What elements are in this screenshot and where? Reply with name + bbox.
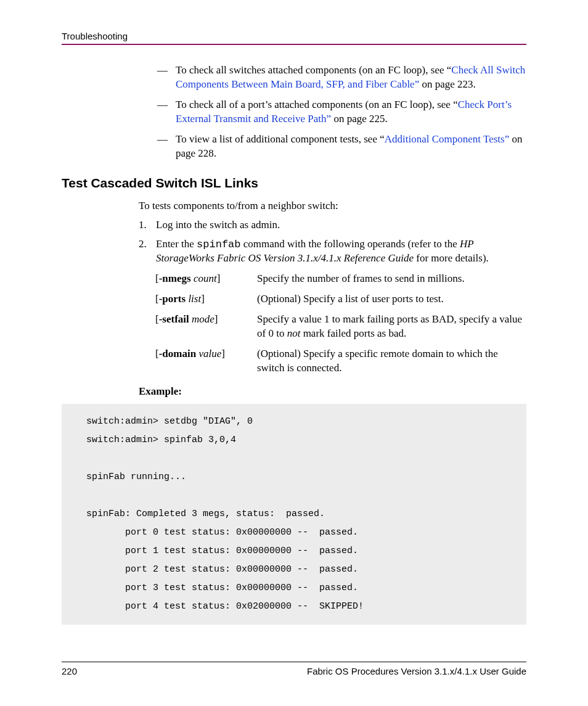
list-item: — To check all switches attached compone… <box>157 64 526 92</box>
option-desc: (Optional) Specify a specific remote dom… <box>257 347 526 376</box>
option-flag: -nmegs <box>159 273 191 284</box>
body-text: Log into the switch as admin. <box>156 218 526 232</box>
dash-icon: — <box>157 133 176 161</box>
option-arg: list <box>188 293 201 305</box>
option-desc: not <box>287 327 301 339</box>
body-text: on page 223. <box>419 78 476 90</box>
option-arg: count <box>194 273 217 284</box>
running-header: Troubleshooting <box>62 31 526 44</box>
dash-icon: — <box>157 98 176 126</box>
option-arg: value <box>198 348 221 359</box>
table-row: [-nmegs count] Specify the number of fra… <box>155 272 526 286</box>
list-item: — To check all of a port’s attached comp… <box>157 98 526 126</box>
doc-title: Fabric OS Procedures Version 3.1.x/4.1.x… <box>307 666 526 676</box>
header-rule <box>62 44 526 45</box>
option-desc: mark failed ports as bad. <box>300 327 406 339</box>
body-text: To check all of a port’s attached compon… <box>176 99 458 110</box>
list-number: 2. <box>139 237 156 266</box>
list-item: — To view a list of additional component… <box>157 133 526 161</box>
option-desc: Specify the number of frames to send in … <box>257 272 526 286</box>
body-text: on page 225. <box>331 113 388 125</box>
example-label: Example: <box>139 385 526 398</box>
option-desc: (Optional) Specify a list of user ports … <box>257 292 526 306</box>
body-text: To tests components to/from a neighbor s… <box>139 199 526 213</box>
table-row: [-domain value] (Optional) Specify a spe… <box>155 347 526 376</box>
table-row: [-setfail mode] Specify a value 1 to mar… <box>155 313 526 341</box>
list-item: 1. Log into the switch as admin. <box>139 218 526 232</box>
body-text: for more details). <box>414 252 489 264</box>
body-text: Enter the <box>156 238 197 250</box>
dash-icon: — <box>157 64 176 92</box>
table-row: [-ports list] (Optional) Specify a list … <box>155 292 526 306</box>
option-flag: -domain <box>159 348 196 359</box>
options-table: [-nmegs count] Specify the number of fra… <box>155 272 526 376</box>
xref-link[interactable]: Additional Component Tests” <box>385 133 509 145</box>
body-text: To check all switches attached component… <box>176 64 451 76</box>
option-arg: mode <box>192 313 214 325</box>
list-number: 1. <box>139 218 156 232</box>
code-block: switch:admin> setdbg "DIAG", 0 switch:ad… <box>62 404 526 625</box>
list-item: 2. Enter the spinfab command with the fo… <box>139 237 526 266</box>
inline-code: spinfab <box>197 239 240 250</box>
footer-rule <box>62 662 526 662</box>
option-flag: -ports <box>159 293 186 305</box>
section-heading: Test Cascaded Switch ISL Links <box>62 176 526 191</box>
page-footer: 220 Fabric OS Procedures Version 3.1.x/4… <box>62 662 526 676</box>
body-text: To view a list of additional component t… <box>176 133 385 145</box>
option-flag: -setfail <box>159 313 189 325</box>
body-text: command with the following operands (ref… <box>241 238 460 250</box>
page-number: 220 <box>62 666 77 676</box>
